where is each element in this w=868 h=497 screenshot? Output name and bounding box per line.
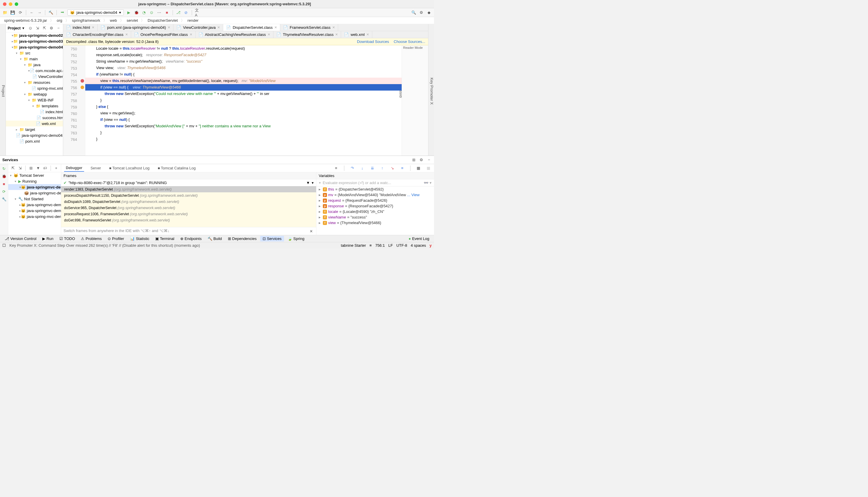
tree-item[interactable]: ▾📁resources <box>6 80 63 85</box>
close-hint-icon[interactable]: ✕ <box>308 228 314 234</box>
tree-item[interactable]: ▾📁webapp <box>6 91 63 97</box>
run-icon[interactable]: ▶ <box>126 10 131 15</box>
tree-item[interactable]: 📄ViewController <box>6 73 63 80</box>
layout-icon[interactable]: ≡ <box>333 166 339 171</box>
keypromoter-tool[interactable]: Key Promoter X <box>430 77 434 105</box>
search-icon[interactable]: 🔍 <box>411 10 416 15</box>
project-tree[interactable]: ▾📁java-springmvc-demo02▸📁java-springmvc-… <box>6 32 63 156</box>
editor-tab[interactable]: 📄pom.xml (java-springmvc-demo04)✕ <box>98 24 173 31</box>
hide-icon[interactable]: − <box>56 26 61 31</box>
close-tab-icon[interactable]: ✕ <box>332 26 335 29</box>
more-icon[interactable]: ▦ <box>426 166 431 171</box>
bottom-tool-endpoints[interactable]: ⊕Endpoints <box>178 236 204 241</box>
close-tab-icon[interactable]: ✕ <box>190 33 192 37</box>
deploy-icon[interactable]: ⟳ <box>1 189 7 194</box>
hide-icon[interactable]: − <box>426 157 432 162</box>
bottom-tool-terminal[interactable]: ▣Terminal <box>153 236 177 241</box>
group-icon[interactable]: ⊞ <box>29 166 33 171</box>
rerun-icon[interactable]: ↻ <box>1 166 7 171</box>
editor-tab[interactable]: 📄OncePerRequestFilter.class✕ <box>131 31 196 38</box>
sync-icon[interactable]: ⟳ <box>18 10 23 15</box>
variable-row[interactable]: ▸p request = {RequestFacade@5426} <box>316 198 434 203</box>
caret-position[interactable]: 756:1 <box>375 243 385 247</box>
editor-tab[interactable]: 📄ThymeleafViewResolver.class✕ <box>273 31 341 38</box>
services-tree-item[interactable]: ▾▶Running <box>8 178 61 184</box>
bottom-tool-build[interactable]: 🔨Build <box>205 236 225 241</box>
close-tab-icon[interactable]: ✕ <box>335 33 338 37</box>
tree-item[interactable]: ▸📁target <box>6 126 63 132</box>
stack-frame[interactable]: processDispatchResult:1150, DispatcherSe… <box>61 192 316 199</box>
gear-icon[interactable]: ⚙ <box>49 26 54 31</box>
filter-icon[interactable]: ▼ <box>36 166 41 171</box>
editor-tab[interactable]: 📄ViewController.java✕ <box>173 24 223 31</box>
breakpoint-icon[interactable] <box>81 79 84 83</box>
stack-frame[interactable]: doDispatch:1089, DispatcherServlet (org.… <box>61 199 316 205</box>
git-icon[interactable]: ⎇ <box>176 10 181 15</box>
indent[interactable]: 4 spaces <box>411 243 426 247</box>
select-opened-icon[interactable]: ⊙ <box>28 26 33 31</box>
coverage-icon[interactable]: ◔ <box>142 10 147 15</box>
yandex-icon[interactable]: y <box>430 243 432 247</box>
close-tab-icon[interactable]: ✕ <box>366 33 369 37</box>
crumb[interactable]: servlet <box>125 18 140 23</box>
dropdown-icon[interactable]: ▾ <box>312 181 314 185</box>
step-over-icon[interactable]: ↷ <box>350 166 355 171</box>
tree-item[interactable]: ▾📁main <box>6 56 63 62</box>
stop-icon[interactable]: ■ <box>164 10 170 15</box>
services-tree-item[interactable]: ▸🐱java-springmvc-demo02 [local] <box>8 208 61 213</box>
open-icon[interactable]: 📁 <box>2 10 8 15</box>
code-editor[interactable]: Locale locale = this.localeResolver != n… <box>85 45 402 156</box>
back-icon[interactable]: ← <box>29 10 34 15</box>
run-configuration[interactable]: 🐱 java-springmvc-demo04 ▾ <box>67 10 124 16</box>
services-tree-item[interactable]: 📦java-springmvc-demo04:war explo <box>8 190 61 196</box>
close-tab-icon[interactable]: ✕ <box>168 26 170 29</box>
close-tab-icon[interactable]: ✕ <box>267 33 270 37</box>
expand-icon[interactable]: ⇲ <box>35 26 40 31</box>
inspect-icon[interactable]: ⊘ <box>184 10 189 15</box>
bottom-tool-version-control[interactable]: ⎇Version Control <box>2 236 39 241</box>
collapse-all-icon[interactable]: ⇲ <box>18 166 22 171</box>
catalina-log-tab[interactable]: ■ Tomcat Catalina Log <box>156 165 197 171</box>
close-tab-icon[interactable]: ✕ <box>217 26 220 29</box>
crumb[interactable]: springframework <box>70 18 102 23</box>
tree-item[interactable]: ▾📁WEB-INF <box>6 97 63 103</box>
table-icon[interactable]: ▦ <box>416 166 421 171</box>
bottom-tool-spring[interactable]: 🍃Spring <box>285 236 307 241</box>
dropdown-icon[interactable]: ▾ <box>22 26 25 30</box>
gear-icon[interactable]: ⚙ <box>419 157 424 162</box>
services-tree-item[interactable]: ▸🐱java-springmvc-demo03 [local] <box>8 202 61 208</box>
services-tree[interactable]: ▾🐱Tomcat Server▾▶Running▾🐱java-springmvc… <box>8 172 61 219</box>
collapse-icon[interactable]: ⇱ <box>42 26 47 31</box>
tag-icon[interactable]: 🏷 <box>43 166 48 171</box>
variable-row[interactable]: ▸p response = {ResponseFacade@5427} <box>316 203 434 209</box>
logo-icon[interactable]: ◆ <box>426 10 432 15</box>
variable-row[interactable]: ▸p mv = {ModelAndView@5440} "ModelAndVie… <box>316 192 434 198</box>
services-tree-item[interactable]: ▾🐱Tomcat Server <box>8 172 61 178</box>
thread-selector[interactable]: ✔ "http-nio-8080-exec-7"@2,718 in group … <box>61 180 316 186</box>
stop-icon[interactable]: ■ <box>1 181 7 186</box>
save-icon[interactable]: 💾 <box>10 10 15 15</box>
variable-row[interactable]: ▸f view = {ThymeleafView@5466} <box>316 220 434 226</box>
choose-sources-link[interactable]: Choose Sources... <box>394 39 425 44</box>
variable-row[interactable]: ▸f viewName = "success" <box>316 214 434 220</box>
stack-frame[interactable]: doService:965, DispatcherServlet (org.sp… <box>61 205 316 211</box>
debugger-tab[interactable]: Debugger <box>64 165 84 172</box>
glasses-icon[interactable]: 👓 ▾ <box>424 181 432 185</box>
stack-frame[interactable]: doGet:898, FrameworkServlet (org.springf… <box>61 217 316 223</box>
frames-list[interactable]: render:1383, DispatcherServlet (org.spri… <box>61 186 316 227</box>
evaluate-icon[interactable]: ≡ <box>400 166 405 171</box>
editor-tab[interactable]: 📄CharacterEncodingFilter.class✕ <box>63 31 131 38</box>
bottom-tool-todo[interactable]: ☑TODO <box>57 236 77 241</box>
gutter-marks[interactable] <box>79 45 85 156</box>
filter-icon[interactable]: ▼ <box>306 181 310 185</box>
line-gutter[interactable]: 7507517527537547557567577587597607617627… <box>63 45 79 156</box>
forward-icon[interactable]: → <box>37 10 42 15</box>
editor-tab[interactable]: 📄AbstractCachingViewResolver.class✕ <box>196 31 273 38</box>
attach-icon[interactable]: ⋯ <box>157 10 162 15</box>
server-tab[interactable]: Server <box>89 165 103 171</box>
line-ending[interactable]: LF <box>388 243 393 247</box>
step-out-icon[interactable]: ↑ <box>380 166 385 171</box>
services-tree-item[interactable]: ▸🐱java-spring-mvc-demo01 [local] <box>8 213 61 219</box>
minimize-window[interactable] <box>9 2 12 6</box>
tree-item[interactable]: ▾📁java-springmvc-demo02 <box>6 32 63 38</box>
